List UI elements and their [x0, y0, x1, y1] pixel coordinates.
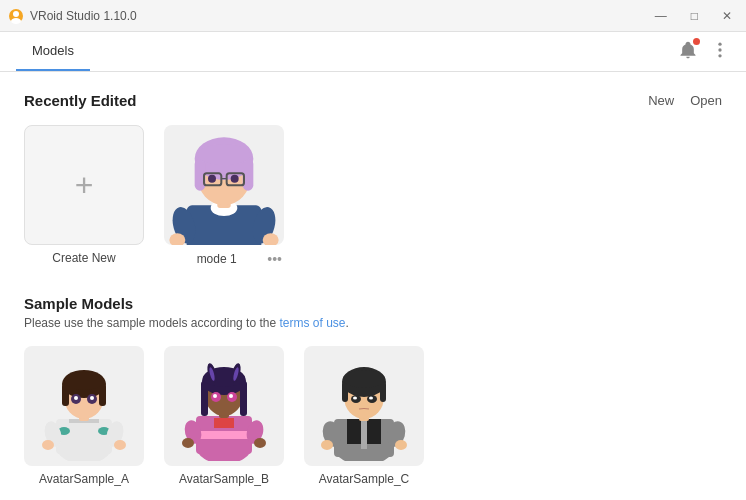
avatar-mode1-image — [164, 125, 284, 245]
open-button[interactable]: Open — [690, 93, 722, 108]
avatar-a-image — [39, 351, 129, 461]
recently-edited-grid: + Create New — [24, 125, 722, 267]
sample-c-label: AvatarSample_C — [304, 472, 424, 486]
create-new-thumbnail[interactable]: + — [24, 125, 144, 245]
sample-a-card[interactable]: AvatarSample_A — [24, 346, 144, 486]
title-bar-left: VRoid Studio 1.10.0 — [8, 8, 137, 24]
sample-models-grid: AvatarSample_A — [24, 346, 722, 486]
svg-point-14 — [197, 144, 250, 165]
svg-rect-33 — [99, 384, 106, 406]
close-button[interactable]: ✕ — [716, 7, 738, 25]
svg-point-75 — [343, 370, 385, 388]
svg-rect-67 — [361, 419, 367, 449]
notification-button[interactable] — [678, 40, 698, 64]
avatar-c-image — [319, 351, 409, 461]
svg-rect-73 — [342, 382, 348, 402]
sample-models-section: Sample Models Please use the sample mode… — [24, 295, 722, 486]
model1-name-row: mode 1 ••• — [164, 251, 284, 267]
svg-rect-74 — [380, 382, 386, 402]
nav-tabs: Models — [16, 32, 90, 71]
svg-point-83 — [395, 440, 407, 450]
svg-point-2 — [11, 18, 21, 24]
svg-point-78 — [353, 397, 357, 400]
svg-rect-51 — [240, 381, 247, 416]
svg-point-63 — [182, 438, 194, 448]
nav-bar: Models — [0, 32, 746, 72]
svg-point-64 — [254, 438, 266, 448]
model1-name: mode 1 — [166, 252, 267, 266]
create-new-card[interactable]: + Create New — [24, 125, 144, 267]
svg-point-19 — [231, 174, 239, 182]
svg-point-5 — [718, 54, 721, 57]
recently-edited-title: Recently Edited — [24, 92, 137, 109]
svg-rect-32 — [62, 384, 69, 406]
sample-models-desc: Please use the sample models according t… — [24, 316, 722, 330]
sample-c-thumbnail[interactable] — [304, 346, 424, 466]
avatar-b-image — [179, 351, 269, 461]
sample-models-title: Sample Models — [24, 295, 722, 312]
notification-dot — [693, 38, 700, 45]
svg-point-82 — [321, 440, 333, 450]
title-bar-controls: — □ ✕ — [649, 7, 738, 25]
app-icon — [8, 8, 24, 24]
svg-point-41 — [42, 440, 54, 450]
svg-rect-45 — [199, 431, 249, 439]
model-thumbnail-mode1[interactable] — [164, 125, 284, 245]
svg-point-34 — [64, 372, 104, 390]
plus-icon: + — [75, 169, 94, 201]
terms-of-use-link[interactable]: terms of use — [279, 316, 345, 330]
model1-more-button[interactable]: ••• — [267, 251, 282, 267]
sample-a-thumbnail[interactable] — [24, 346, 144, 466]
svg-point-79 — [369, 397, 373, 400]
svg-rect-50 — [201, 381, 208, 416]
sample-c-card[interactable]: AvatarSample_C — [304, 346, 424, 486]
sample-a-label: AvatarSample_A — [24, 472, 144, 486]
new-button[interactable]: New — [648, 93, 674, 108]
svg-point-3 — [718, 42, 721, 45]
svg-rect-46 — [214, 418, 234, 428]
more-icon — [710, 40, 730, 60]
nav-right — [678, 40, 730, 64]
svg-point-59 — [213, 394, 217, 398]
svg-rect-69 — [367, 419, 381, 444]
svg-point-42 — [114, 440, 126, 450]
sample-b-label: AvatarSample_B — [164, 472, 284, 486]
svg-point-1 — [13, 11, 19, 17]
tab-models[interactable]: Models — [16, 32, 90, 71]
app-title: VRoid Studio 1.10.0 — [30, 9, 137, 23]
sample-b-thumbnail[interactable] — [164, 346, 284, 466]
svg-rect-25 — [56, 419, 112, 454]
sample-b-card[interactable]: AvatarSample_B — [164, 346, 284, 486]
svg-point-18 — [208, 174, 216, 182]
main-content: Recently Edited New Open + Create New — [0, 72, 746, 500]
maximize-button[interactable]: □ — [685, 7, 704, 25]
svg-point-37 — [74, 396, 78, 400]
svg-rect-68 — [347, 419, 361, 444]
more-options-button[interactable] — [710, 40, 730, 64]
section-actions: New Open — [648, 93, 722, 108]
svg-point-38 — [90, 396, 94, 400]
svg-point-4 — [718, 48, 721, 51]
recently-edited-header: Recently Edited New Open — [24, 92, 722, 109]
model-card-mode1[interactable]: mode 1 ••• — [164, 125, 284, 267]
minimize-button[interactable]: — — [649, 7, 673, 25]
title-bar: VRoid Studio 1.10.0 — □ ✕ — [0, 0, 746, 32]
create-new-label: Create New — [24, 251, 144, 265]
svg-point-60 — [229, 394, 233, 398]
